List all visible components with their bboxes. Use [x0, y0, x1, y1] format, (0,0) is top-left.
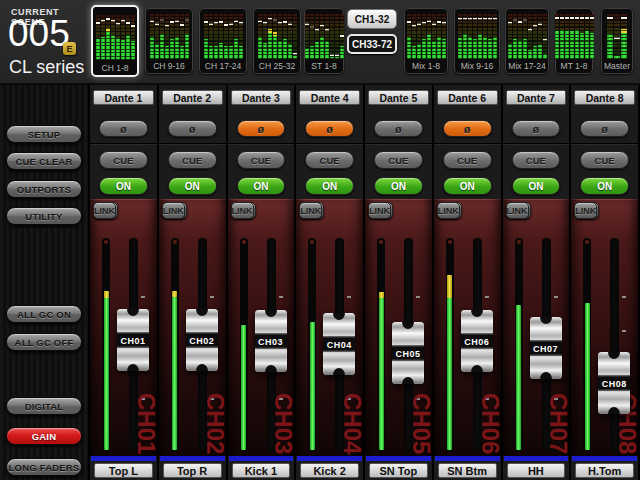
long-faders-button[interactable]: LONG FADERS — [6, 458, 82, 476]
meter-green-fill — [104, 298, 109, 450]
port-name-label: Dante 2 — [162, 90, 223, 105]
channel-name-label: Kick 2 — [300, 463, 359, 478]
level-meter — [377, 238, 385, 452]
meter-bar — [437, 14, 441, 59]
meter-bar — [219, 14, 223, 59]
on-button[interactable]: ON — [99, 177, 148, 195]
meter-bar — [555, 14, 559, 59]
phase-button[interactable]: ø — [580, 120, 629, 137]
phase-button[interactable]: ø — [305, 120, 354, 137]
fader-cap[interactable]: CH01 — [117, 309, 149, 371]
on-button[interactable]: ON — [512, 177, 561, 195]
meter-bar — [560, 14, 564, 59]
on-button[interactable]: ON — [374, 177, 423, 195]
level-meter — [515, 238, 523, 452]
phase-button[interactable]: ø — [168, 120, 217, 137]
fader-cap[interactable]: CH05 — [392, 322, 424, 384]
link-button[interactable]: LINK — [368, 202, 391, 219]
cue-button[interactable]: CUE — [580, 151, 629, 169]
phase-button[interactable]: ø — [99, 120, 148, 137]
gain-button[interactable]: GAIN — [6, 427, 82, 445]
section-divider — [365, 143, 432, 144]
link-button[interactable]: LINK — [574, 202, 597, 219]
meter-green-fill — [379, 298, 384, 450]
cue-clear-button[interactable]: CUE CLEAR — [6, 152, 82, 170]
link-button[interactable]: LINK — [437, 202, 460, 219]
on-button[interactable]: ON — [168, 177, 217, 195]
meter-block-ch-9-16[interactable]: CH 9-16 — [145, 8, 193, 74]
setup-button[interactable]: SETUP — [6, 125, 82, 143]
meter-block-ch-17-24[interactable]: CH 17-24 — [199, 8, 247, 74]
meter-block-mt-1-8[interactable]: MT 1-8 — [555, 8, 593, 74]
link-button[interactable]: LINK — [299, 202, 322, 219]
fader-scale-tick — [622, 330, 626, 332]
fader-cap[interactable]: CH07 — [530, 317, 562, 379]
meter-bar — [538, 14, 542, 59]
link-button[interactable]: LINK — [506, 202, 529, 219]
link-button[interactable]: LINK — [93, 202, 116, 219]
channel-strip-ch06: Dante 6øCUEONGCLINKCH06CH06SN Btm — [434, 85, 501, 480]
meter-over-led — [448, 240, 452, 244]
sidebar-menu: SETUPCUE CLEAROUTPORTSUTILITYALL GC ONAL… — [0, 85, 88, 480]
meter-yellow-fill — [172, 291, 177, 297]
meter-block-label: Mix 17-24 — [506, 61, 548, 71]
meter-bar — [180, 14, 184, 59]
fader-scale-tick — [622, 296, 626, 298]
meter-bar — [585, 14, 589, 59]
on-button[interactable]: ON — [443, 177, 492, 195]
channel-name-label: Top R — [163, 463, 222, 478]
meter-block-mix-1-8[interactable]: Mix 1-8 — [404, 8, 448, 74]
fader-cap[interactable]: CH06 — [461, 310, 493, 372]
meter-bar — [488, 14, 492, 59]
on-button[interactable]: ON — [305, 177, 354, 195]
meter-bar — [101, 15, 105, 60]
cue-button[interactable]: CUE — [512, 151, 561, 169]
fader-cap[interactable]: CH02 — [186, 309, 218, 371]
fader-cap[interactable]: CH03 — [255, 310, 287, 372]
meter-bar — [170, 14, 174, 59]
fader-cap[interactable]: CH08 — [598, 352, 630, 414]
meter-block-label: MT 1-8 — [556, 61, 592, 71]
meter-block-mix-9-16[interactable]: Mix 9-16 — [454, 8, 500, 74]
meter-bar — [458, 14, 462, 59]
meter-bar — [493, 14, 497, 59]
cl-stagemix-app: CURRENT SCENE 005 E CL series CH 1-8CH 9… — [0, 0, 640, 480]
meter-block-mix-17-24[interactable]: Mix 17-24 — [505, 8, 549, 74]
bank-button-ch1-32[interactable]: CH1-32 — [347, 9, 397, 29]
utility-button[interactable]: UTILITY — [6, 207, 82, 225]
meter-block-label: CH 25-32 — [254, 61, 300, 71]
meter-block-master[interactable]: Master — [601, 8, 633, 74]
meter-bridge-bar: CURRENT SCENE 005 E CL series CH 1-8CH 9… — [0, 0, 640, 85]
cue-button[interactable]: CUE — [168, 151, 217, 169]
meter-bar — [468, 14, 472, 59]
link-button[interactable]: LINK — [162, 202, 185, 219]
meter-block-ch-25-32[interactable]: CH 25-32 — [253, 8, 301, 74]
meter-bar — [185, 14, 189, 59]
channel-name-label: SN Top — [369, 463, 428, 478]
cue-button[interactable]: CUE — [237, 151, 286, 169]
meter-bars — [254, 14, 300, 59]
cue-button[interactable]: CUE — [374, 151, 423, 169]
on-button[interactable]: ON — [580, 177, 629, 195]
phase-button[interactable]: ø — [512, 120, 561, 137]
outports-button[interactable]: OUTPORTS — [6, 180, 82, 198]
phase-button[interactable]: ø — [374, 120, 423, 137]
meter-block-ch-1-8[interactable]: CH 1-8 — [91, 5, 139, 77]
meter-over-led — [517, 240, 521, 244]
on-button[interactable]: ON — [237, 177, 286, 195]
cue-button[interactable]: CUE — [305, 151, 354, 169]
channel-strip-ch08: Dante 8øCUEONGCLINKCH08CH08H.Tom — [571, 85, 638, 480]
level-meter — [171, 238, 179, 452]
bank-button-ch33-72[interactable]: CH33-72 — [347, 34, 397, 54]
meter-block-st-1-8[interactable]: ST 1-8 — [304, 8, 344, 74]
phase-button[interactable]: ø — [443, 120, 492, 137]
phase-button[interactable]: ø — [237, 120, 286, 137]
digital-button[interactable]: DIGITAL — [6, 397, 82, 415]
link-button[interactable]: LINK — [231, 202, 254, 219]
all-gc-off-button[interactable]: ALL GC OFF — [6, 333, 82, 351]
cue-button[interactable]: CUE — [443, 151, 492, 169]
all-gc-on-button[interactable]: ALL GC ON — [6, 305, 82, 323]
meter-bar — [320, 14, 324, 59]
cue-button[interactable]: CUE — [99, 151, 148, 169]
fader-cap[interactable]: CH04 — [323, 313, 355, 375]
